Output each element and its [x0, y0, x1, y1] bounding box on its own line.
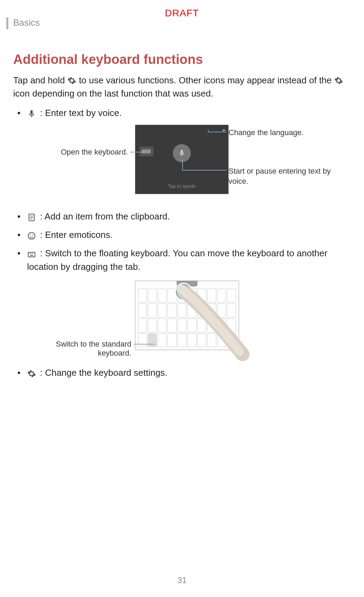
bullet-clipboard: : Add an item from the clipboard. [27, 210, 347, 223]
page-title: Additional keyboard functions [13, 52, 347, 67]
bullet-emoticons: : Enter emoticons. [27, 228, 347, 242]
gear-icon [27, 368, 36, 378]
svg-rect-11 [30, 255, 33, 256]
page-number: 31 [177, 575, 187, 585]
header-accent-bar [6, 17, 8, 29]
callout-change-language: Change the language. [229, 128, 304, 137]
page-content: Additional keyboard functions Tap and ho… [13, 52, 347, 384]
bullet-settings-text: : Change the keyboard settings. [37, 367, 167, 378]
manual-page: Basics DRAFT Additional keyboard functio… [0, 0, 364, 597]
voice-language-bar [138, 127, 226, 134]
bullet-floating-keyboard: : Switch to the floating keyboard. You c… [27, 247, 347, 274]
section-header: Basics [13, 17, 40, 28]
intro-text-3: icon depending on the last function that… [13, 88, 213, 99]
bullet-clipboard-text: : Add an item from the clipboard. [37, 211, 170, 222]
intro-paragraph: Tap and hold to use various functions. O… [13, 74, 347, 100]
svg-point-5 [30, 234, 31, 235]
callout-line [182, 170, 227, 171]
microphone-button-icon [173, 144, 191, 162]
callout-line [134, 344, 155, 345]
standard-keyboard-key [148, 333, 157, 347]
callout-line [182, 159, 183, 171]
callout-open-keyboard: Open the keyboard. [38, 148, 128, 157]
gear-icon [334, 76, 343, 85]
keyboard-drag-tab [177, 281, 197, 287]
floating-keyboard-icon [27, 249, 36, 258]
floating-keyboard-figure: Switch to the standard keyboard. [24, 281, 336, 357]
bullet-emoticons-text: : Enter emoticons. [37, 230, 113, 240]
bullet-voice: : Enter text by voice. [27, 106, 347, 120]
clipboard-icon [27, 212, 36, 221]
callout-start-pause-voice: Start or pause entering text by voice. [229, 166, 333, 186]
gear-icon [67, 76, 76, 85]
keyboard-keys-grid [138, 289, 236, 347]
function-list-end: : Change the keyboard settings. [13, 366, 347, 380]
voice-input-screenshot: Tap to speak [135, 125, 229, 194]
function-list: : Enter text by voice. [13, 106, 347, 120]
bullet-settings: : Change the keyboard settings. [27, 366, 347, 380]
bullet-voice-text: : Enter text by voice. [37, 108, 122, 118]
callout-switch-standard: Switch to the standard keyboard. [20, 340, 132, 358]
function-list-continued: : Add an item from the clipboard. : Ente… [13, 210, 347, 274]
svg-rect-10 [32, 253, 33, 254]
bullet-floating-text: : Switch to the floating keyboard. You c… [27, 248, 327, 272]
microphone-icon [27, 109, 36, 118]
svg-point-4 [28, 232, 35, 239]
callout-line [208, 130, 209, 132]
voice-input-figure: Tap to speak Open the keyboard. Change t… [24, 125, 336, 199]
svg-rect-8 [29, 253, 30, 254]
svg-rect-7 [28, 252, 35, 257]
intro-text-2: to use various functions. Other icons ma… [79, 75, 334, 85]
draft-watermark: DRAFT [165, 8, 199, 19]
floating-keyboard-screenshot [135, 281, 239, 350]
svg-point-6 [32, 234, 33, 235]
callout-line [130, 152, 143, 152]
keyboard-icon [139, 147, 153, 156]
intro-text-1: Tap and hold [13, 75, 67, 85]
tap-to-speak-label: Tap to speak [168, 183, 195, 189]
callout-line [208, 132, 227, 132]
svg-rect-9 [31, 253, 32, 254]
smiley-icon [27, 231, 36, 240]
